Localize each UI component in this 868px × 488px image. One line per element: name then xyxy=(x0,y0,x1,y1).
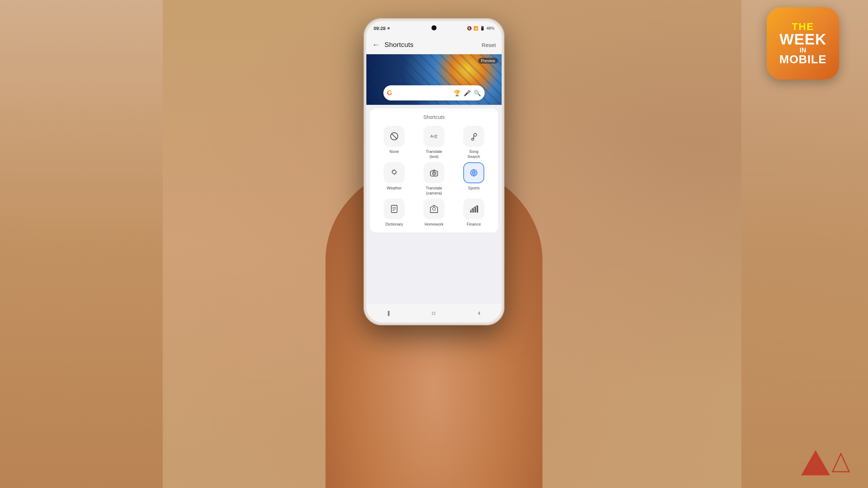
svg-line-17 xyxy=(396,174,396,174)
wallpaper-preview: Preview G 🏆 🎤 🔍 xyxy=(366,54,502,105)
trophy-icon: 🏆 xyxy=(454,90,461,97)
finance-label: Finance xyxy=(467,222,481,227)
shortcut-translate-text[interactable]: A 文 Translate(text) xyxy=(416,126,452,159)
svg-line-16 xyxy=(392,170,393,170)
svg-rect-30 xyxy=(475,207,476,213)
svg-line-4 xyxy=(392,134,397,139)
svg-marker-2 xyxy=(833,454,849,472)
badge-week: WEEK xyxy=(779,32,826,47)
shortcuts-section-title: Shortcuts xyxy=(376,114,492,120)
wifi-icon: 📶 xyxy=(473,26,478,31)
mic-icon: 🎤 xyxy=(464,90,471,97)
shortcut-dictionary[interactable]: Dictionary xyxy=(376,198,413,227)
phone-frame: 09:28 ✳ 🔇 📶 📱 48% ← Shortcuts Reset Prev… xyxy=(363,18,505,325)
page-title: Shortcuts xyxy=(384,41,482,49)
homework-icon-wrap xyxy=(424,198,444,219)
status-time: 09:28 ✳ xyxy=(374,26,390,31)
svg-point-8 xyxy=(474,133,477,136)
shortcuts-grid: None A 文 Translate(text) xyxy=(376,126,492,227)
finance-icon-wrap xyxy=(463,198,484,219)
navigation-bar: ||| ○ ‹ xyxy=(366,304,502,322)
svg-text:A: A xyxy=(430,134,433,138)
shortcut-finance[interactable]: Finance xyxy=(455,198,492,227)
weather-label: Weather xyxy=(387,185,401,191)
battery-icon: 48% xyxy=(486,26,494,30)
weather-icon-wrap xyxy=(384,162,405,183)
badge-the: THE xyxy=(792,22,814,32)
home-button[interactable]: ○ xyxy=(431,309,436,317)
ap-logo xyxy=(799,448,850,477)
homework-label: Homework xyxy=(425,222,444,227)
phone-screen: 09:28 ✳ 🔇 📶 📱 48% ← Shortcuts Reset Prev… xyxy=(366,21,502,322)
translate-camera-icon-wrap: A文 xyxy=(424,162,444,183)
top-nav: ← Shortcuts Reset xyxy=(366,35,502,54)
svg-text:A文: A文 xyxy=(433,172,437,175)
back-button[interactable]: ← xyxy=(372,40,380,50)
signal-icon: 📱 xyxy=(480,26,485,31)
shortcut-weather[interactable]: Weather xyxy=(376,162,413,196)
none-icon-wrap xyxy=(384,126,405,147)
shortcut-translate-camera[interactable]: A文 Translate(camera) xyxy=(416,162,452,196)
back-nav-button[interactable]: ‹ xyxy=(478,308,480,318)
shortcut-none[interactable]: None xyxy=(376,126,413,159)
settings-icon: ✳ xyxy=(387,26,390,30)
svg-rect-31 xyxy=(477,206,478,213)
translate-text-label: Translate(text) xyxy=(426,149,442,159)
camera-notch xyxy=(431,25,437,30)
google-search-bar[interactable]: G 🏆 🎤 🔍 xyxy=(383,85,485,100)
curtain-left xyxy=(0,0,163,488)
reset-button[interactable]: Reset xyxy=(482,42,496,48)
recent-apps-button[interactable]: ||| xyxy=(387,310,389,316)
shortcut-homework[interactable]: Homework xyxy=(416,198,452,227)
song-search-icon-wrap xyxy=(463,126,484,147)
preview-badge: Preview xyxy=(478,58,498,64)
svg-rect-29 xyxy=(472,209,474,213)
none-label: None xyxy=(390,149,399,154)
sports-icon-wrap xyxy=(463,162,484,183)
dictionary-icon-wrap xyxy=(384,198,405,219)
google-logo: G xyxy=(387,89,392,97)
song-search-label: SongSearch xyxy=(468,149,480,159)
badge-mobile: MOBILE xyxy=(779,53,826,65)
svg-point-27 xyxy=(433,207,435,210)
svg-rect-28 xyxy=(470,210,472,213)
main-content: Shortcuts None xyxy=(366,105,502,304)
dictionary-label: Dictionary xyxy=(386,222,403,227)
shortcuts-section: Shortcuts None xyxy=(370,108,498,232)
translate-text-icon-wrap: A 文 xyxy=(424,126,444,147)
shortcut-sports[interactable]: Sports xyxy=(455,162,492,196)
mute-icon: 🔇 xyxy=(467,26,472,31)
lens-icon: 🔍 xyxy=(474,90,481,97)
shortcut-song-search[interactable]: SongSearch xyxy=(455,126,492,159)
svg-point-11 xyxy=(392,170,396,174)
week-in-mobile-badge: THE WEEK IN MOBILE xyxy=(767,7,839,80)
translate-camera-label: Translate(camera) xyxy=(426,185,442,196)
status-icons: 🔇 📶 📱 48% xyxy=(467,26,494,31)
sports-label: Sports xyxy=(468,185,480,191)
svg-point-10 xyxy=(472,138,474,140)
